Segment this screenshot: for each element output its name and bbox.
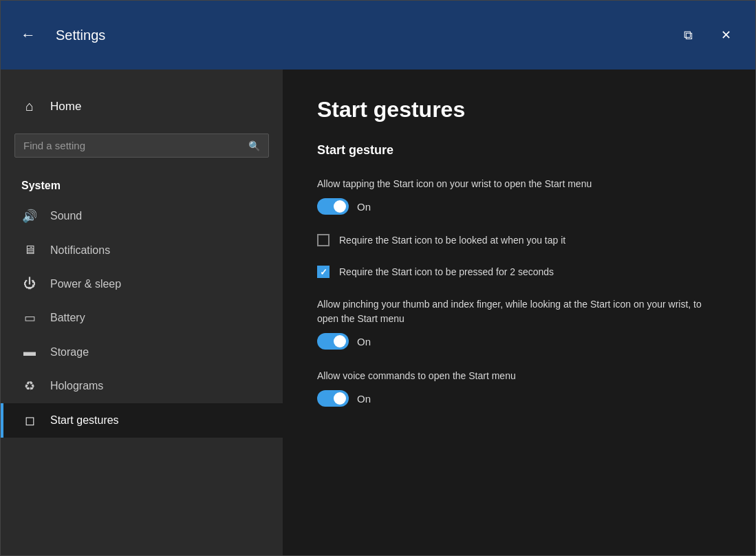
battery-icon: ▭ [21, 310, 38, 325]
look-start-checkbox-row: Require the Start icon to be looked at w… [317, 234, 721, 246]
storage-icon: ▬ [21, 345, 38, 359]
sidebar-item-battery[interactable]: ▭ Battery [1, 301, 283, 335]
notifications-label: Notifications [50, 244, 110, 257]
power-label: Power & sleep [50, 278, 121, 290]
restore-button[interactable]: ⧉ [673, 20, 704, 51]
sidebar-item-home[interactable]: ⌂ Home [1, 90, 283, 122]
voice-start-desc: Allow voice commands to open the Start m… [317, 369, 702, 383]
search-icon: 🔍 [248, 140, 260, 151]
holograms-label: Holograms [50, 380, 103, 392]
look-start-checkbox[interactable] [317, 234, 330, 246]
look-start-label: Require the Start icon to be looked at w… [339, 235, 565, 246]
search-box: 🔍 [14, 133, 269, 158]
home-icon: ⌂ [21, 98, 38, 114]
power-icon: ⏻ [21, 277, 38, 291]
press-start-checkbox[interactable] [317, 266, 330, 278]
pinch-start-toggle-row: On [317, 333, 721, 350]
sidebar-item-notifications[interactable]: 🖥 Notifications [1, 233, 283, 267]
sidebar-item-start-gestures[interactable]: ◻ Start gestures [1, 403, 283, 438]
close-button[interactable]: ✕ [711, 20, 742, 51]
settings-window: ← Settings ⧉ ✕ ⌂ Home 🔍 System 🔊 Sound [0, 0, 756, 556]
tap-start-desc: Allow tapping the Start icon on your wri… [317, 177, 702, 191]
page-title: Start gestures [317, 97, 721, 122]
sound-icon: 🔊 [21, 208, 38, 224]
window-title: Settings [56, 28, 105, 43]
start-gestures-label: Start gestures [50, 414, 119, 427]
tap-start-toggle-row: On [317, 198, 721, 215]
title-bar-left: ← Settings [14, 21, 673, 49]
press-start-label: Require the Start icon to be pressed for… [339, 266, 554, 277]
setting-press-start: Require the Start icon to be pressed for… [317, 266, 721, 278]
setting-pinch-start: Allow pinching your thumb and index fing… [317, 297, 721, 350]
holograms-icon: ♻ [21, 378, 38, 394]
voice-start-toggle[interactable] [317, 390, 349, 407]
sound-label: Sound [50, 210, 82, 222]
system-section-label: System [1, 169, 283, 199]
voice-start-toggle-row: On [317, 390, 721, 407]
press-start-checkbox-row: Require the Start icon to be pressed for… [317, 266, 721, 278]
pinch-start-desc: Allow pinching your thumb and index fing… [317, 297, 702, 326]
main-content: ⌂ Home 🔍 System 🔊 Sound 🖥 Notifications … [1, 70, 755, 555]
setting-tap-start: Allow tapping the Start icon on your wri… [317, 177, 721, 215]
setting-voice-start: Allow voice commands to open the Start m… [317, 369, 721, 407]
storage-label: Storage [50, 346, 89, 359]
voice-start-toggle-label: On [357, 393, 371, 405]
start-gestures-icon: ◻ [21, 413, 38, 428]
tap-start-toggle[interactable] [317, 198, 349, 215]
search-input[interactable] [23, 140, 241, 151]
right-content: Start gestures Start gesture Allow tappi… [283, 70, 755, 555]
setting-look-start: Require the Start icon to be looked at w… [317, 234, 721, 246]
sidebar-item-storage[interactable]: ▬ Storage [1, 335, 283, 369]
sidebar: ⌂ Home 🔍 System 🔊 Sound 🖥 Notifications … [1, 70, 283, 555]
section-title: Start gesture [317, 143, 721, 158]
notifications-icon: 🖥 [21, 243, 38, 257]
home-label: Home [50, 100, 81, 114]
sidebar-item-power[interactable]: ⏻ Power & sleep [1, 267, 283, 301]
sidebar-item-holograms[interactable]: ♻ Holograms [1, 369, 283, 403]
back-button[interactable]: ← [14, 21, 42, 49]
pinch-start-toggle-label: On [357, 336, 371, 348]
sidebar-item-sound[interactable]: 🔊 Sound [1, 199, 283, 233]
tap-start-toggle-label: On [357, 201, 371, 213]
battery-label: Battery [50, 312, 85, 324]
pinch-start-toggle[interactable] [317, 333, 349, 350]
title-bar-right: ⧉ ✕ [673, 20, 742, 51]
title-bar: ← Settings ⧉ ✕ [1, 1, 755, 70]
